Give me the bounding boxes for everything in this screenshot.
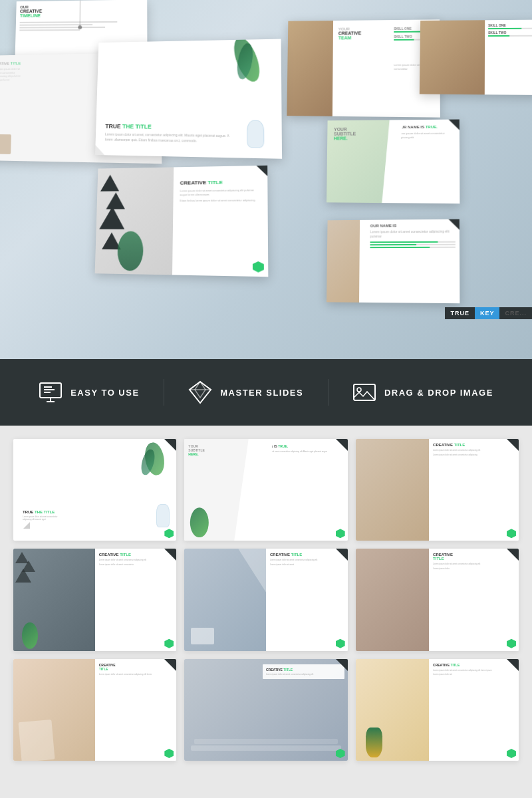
svg-point-10 [357, 388, 361, 392]
easy-to-use-label: EASY TO USE [70, 388, 139, 398]
grid-slide-4[interactable]: CREATIVE TITLE Lorem ipsum dolor sit ame… [13, 549, 176, 650]
svg-rect-9 [354, 384, 375, 400]
hero-slide-creative-center: CREATIVE TITLE Lorem ipsum dolor sit ame… [95, 166, 269, 277]
hero-slide-creative-team: YOUR CREATIVE TEAM SKILL ONE SKILL TWO L… [287, 19, 440, 117]
key-label: KEY [475, 307, 500, 319]
svg-marker-6 [190, 382, 211, 403]
hero-slide-top-right: SKILL ONE SKILL TWO [420, 20, 532, 95]
grid-slide-9[interactable]: CREATIVE TITLE Lorem ipsum dolor sit ame… [356, 659, 519, 761]
feature-drag-drop: DRAG & DROP IMAGE [352, 380, 493, 404]
grid-slide-5[interactable]: CREATIVE TITLE Lorem ipsum dolor sit ame… [184, 549, 347, 650]
drag-drop-label: DRAG & DROP IMAGE [384, 388, 493, 398]
grid-slide-2[interactable]: YOUR SUBTITLE HERE. OUR NAME IS TRUE. Lo… [184, 439, 347, 541]
slide-grid-section: TRUE THE TITLE Lorem ipsum dolor sit ame… [0, 426, 532, 774]
grid-slide-7[interactable]: CREATIVE TITLE Lorem ipsum dolor sit ame… [13, 659, 176, 761]
grid-slide-6[interactable]: CREATIVE TITLE Lorem ipsum dolor sit ame… [356, 549, 519, 650]
diamond-icon [188, 380, 212, 404]
features-bar: EASY TO USE MASTER SLIDES DRAG & DROP IM… [0, 359, 532, 426]
hero-section: OUR CREATIVE TIMELINE [0, 0, 532, 359]
true-label: TRUE [445, 307, 475, 319]
hero-slide-true-title: TRUE THE TITLE Lorem ipsum dolor sit ame… [95, 39, 282, 159]
feature-master-slides: MASTER SLIDES [188, 380, 303, 404]
grid-slide-3[interactable]: CREATIVE TITLE Lorem ipsum dolor sit ame… [356, 439, 519, 541]
feature-divider-2 [328, 379, 329, 406]
hero-slide-our-name: OUR NAME IS Lorem ipsum dolor sit amet c… [327, 219, 460, 304]
presentation-icon [39, 380, 63, 404]
master-slides-label: MASTER SLIDES [220, 388, 303, 398]
true-key-bar: TRUE KEY CRE... [445, 307, 532, 319]
feature-easy-to-use: EASY TO USE [39, 380, 139, 404]
grid-slide-8[interactable]: CREATIVE TITLE Lorem ipsum dolor sit ame… [184, 659, 347, 761]
slide-grid: TRUE THE TITLE Lorem ipsum dolor sit ame… [13, 439, 519, 761]
grid-slide-1[interactable]: TRUE THE TITLE Lorem ipsum dolor sit ame… [13, 439, 176, 541]
feature-divider-1 [164, 379, 164, 406]
hero-slide-subtitle: YOUR SUBTITLE HERE. OUR NAME IS TRUE. Lo… [327, 120, 460, 204]
image-icon [352, 380, 376, 404]
